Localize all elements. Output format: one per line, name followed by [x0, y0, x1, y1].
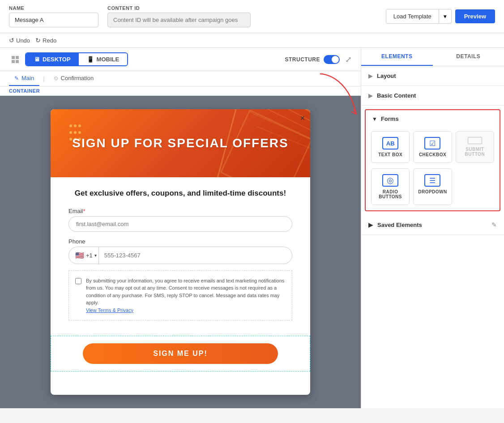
consent-main-text: By submitting your information, you agre…	[86, 278, 284, 306]
saved-elements-header-left: ▶ Saved Elements	[368, 222, 422, 228]
desktop-label: DESKTOP	[43, 56, 71, 63]
tab-elements[interactable]: ELEMENTS	[361, 48, 433, 66]
saved-elements-label: Saved Elements	[377, 222, 422, 228]
load-template-dropdown-button[interactable]: ▾	[439, 9, 452, 24]
canvas-scroll[interactable]: ×	[0, 96, 361, 408]
consent-area: By submitting your information, you agre…	[68, 270, 292, 321]
desktop-view-button[interactable]: 🖥 DESKTOP	[26, 53, 79, 65]
content-id-input	[107, 13, 251, 27]
tab-main[interactable]: ✎ Main	[9, 71, 39, 86]
app-container: NAME CONTENT ID Load Template ▾ Preview …	[0, 0, 504, 423]
forms-grid-row1: AB TEXT BOX ☑ CHECKBOX SUBMITBUTTON	[366, 128, 500, 168]
terms-privacy-link[interactable]: View Terms & Privacy	[86, 308, 133, 313]
popup-banner: SIGN UP FOR SPECIAL OFFERS	[51, 109, 310, 177]
check-circle-icon: ⊙	[54, 75, 58, 81]
text-box-label: TEXT BOX	[378, 152, 402, 157]
email-required-marker: *	[83, 208, 85, 214]
canvas-area: 🖥 DESKTOP 📱 MOBILE STRUCTURE ⤢	[0, 48, 361, 408]
load-template-button[interactable]: Load Template	[386, 9, 439, 24]
submit-button-label: SUBMITBUTTON	[465, 147, 485, 157]
popup-close-button[interactable]: ×	[300, 114, 305, 123]
page-tabs: ✎ Main | ⊙ Confirmation	[0, 71, 361, 86]
forms-section-label: Forms	[381, 115, 399, 122]
submit-button[interactable]: SIGN ME UP!	[83, 343, 278, 364]
form-element-radio-buttons[interactable]: ◎ RADIOBUTTONS	[371, 168, 410, 205]
phone-input[interactable]	[103, 248, 290, 263]
basic-content-section: ▶ Basic Content	[361, 86, 504, 106]
phone-form-group: Phone 🇺🇸 +1 ▾	[68, 238, 292, 264]
name-field-group: NAME	[9, 5, 98, 27]
form-element-checkbox[interactable]: ☑ CHECKBOX	[413, 131, 452, 163]
forms-section-header[interactable]: ▼ Forms	[366, 110, 500, 128]
submit-area: SIGN ME UP!	[51, 336, 310, 372]
basic-content-chevron-icon: ▶	[368, 93, 372, 99]
right-panel: ELEMENTS DETAILS ▶ Layout ▶ Basic Conten…	[361, 48, 504, 408]
undo-icon: ↺	[9, 37, 14, 44]
basic-content-accordion-header[interactable]: ▶ Basic Content	[361, 86, 504, 105]
form-element-text-box[interactable]: AB TEXT BOX	[371, 131, 410, 163]
consent-checkbox[interactable]	[75, 278, 81, 284]
right-panel-tabs: ELEMENTS DETAILS	[361, 48, 504, 66]
redo-icon: ↻	[35, 37, 41, 44]
saved-elements-header[interactable]: ▶ Saved Elements ✎	[361, 215, 504, 235]
tab-confirmation[interactable]: ⊙ Confirmation	[48, 71, 99, 86]
email-input[interactable]	[68, 216, 292, 232]
consent-text: By submitting your information, you agre…	[86, 277, 286, 314]
checkbox-label: CHECKBOX	[419, 152, 446, 157]
email-label: Email*	[68, 208, 292, 214]
popup-headline: Get exclusive offers, coupons, and limit…	[68, 188, 292, 199]
basic-content-section-label: Basic Content	[377, 92, 416, 99]
redo-label: Redo	[43, 37, 56, 44]
redo-button[interactable]: ↻ Redo	[35, 37, 56, 44]
dropdown-label: DROPDOWN	[418, 189, 447, 194]
undo-button[interactable]: ↺ Undo	[9, 37, 30, 44]
grid-view-icon[interactable]	[9, 53, 21, 66]
form-element-submit-button[interactable]: SUBMITBUTTON	[456, 131, 494, 163]
view-toggle: 🖥 DESKTOP 📱 MOBILE	[25, 52, 128, 66]
mobile-view-button[interactable]: 📱 MOBILE	[79, 53, 128, 65]
email-form-group: Email*	[68, 208, 292, 232]
desktop-icon: 🖥	[34, 56, 40, 63]
container-label: CONTAINER	[0, 86, 361, 96]
edit-icon: ✎	[14, 75, 19, 81]
layout-chevron-icon: ▶	[368, 73, 372, 79]
phone-label: Phone	[68, 238, 292, 245]
forms-chevron-icon: ▼	[372, 116, 377, 122]
view-controls-left: 🖥 DESKTOP 📱 MOBILE	[9, 52, 128, 66]
preview-button[interactable]: Preview	[455, 9, 495, 23]
svg-rect-3	[16, 60, 19, 63]
svg-rect-0	[12, 56, 15, 59]
dropdown-icon: ☰	[424, 174, 440, 187]
forms-grid-row2: ◎ RADIOBUTTONS ☰ DROPDOWN	[366, 168, 500, 210]
phone-code: +1	[86, 252, 93, 259]
dropdown-arrow-icon: ▾	[444, 13, 447, 20]
submit-button-icon	[468, 137, 482, 144]
mobile-label: MOBILE	[97, 56, 120, 63]
flag-emoji: 🇺🇸	[75, 251, 84, 260]
form-element-dropdown[interactable]: ☰ DROPDOWN	[413, 168, 452, 205]
saved-elements-section: ▶ Saved Elements ✎	[361, 215, 504, 235]
popup-modal: ×	[51, 109, 310, 395]
layout-accordion-header[interactable]: ▶ Layout	[361, 66, 504, 85]
tab-details[interactable]: DETAILS	[433, 48, 504, 66]
radio-buttons-icon: ◎	[382, 174, 398, 187]
top-bar: NAME CONTENT ID Load Template ▾ Preview	[0, 0, 504, 33]
name-input[interactable]	[9, 13, 98, 27]
edit-saved-icon[interactable]: ✎	[491, 221, 497, 228]
structure-toggle: STRUCTURE	[285, 55, 340, 64]
main-layout: 🖥 DESKTOP 📱 MOBILE STRUCTURE ⤢	[0, 48, 504, 408]
tab-confirmation-label: Confirmation	[61, 75, 94, 81]
checkbox-icon: ☑	[424, 137, 440, 150]
name-label: NAME	[9, 5, 98, 11]
structure-toggle-switch[interactable]	[324, 55, 340, 64]
mobile-icon: 📱	[87, 56, 94, 63]
svg-rect-2	[12, 60, 15, 63]
popup-banner-title: SIGN UP FOR SPECIAL OFFERS	[68, 136, 292, 150]
view-controls: 🖥 DESKTOP 📱 MOBILE STRUCTURE ⤢	[0, 48, 361, 71]
popup-body: Get exclusive offers, coupons, and limit…	[51, 177, 310, 336]
svg-rect-1	[16, 56, 19, 59]
expand-icon[interactable]: ⤢	[345, 55, 352, 64]
phone-flag-button[interactable]: 🇺🇸 +1 ▾	[73, 247, 99, 264]
saved-elements-chevron-icon: ▶	[368, 222, 373, 228]
tab-separator: |	[43, 75, 44, 82]
